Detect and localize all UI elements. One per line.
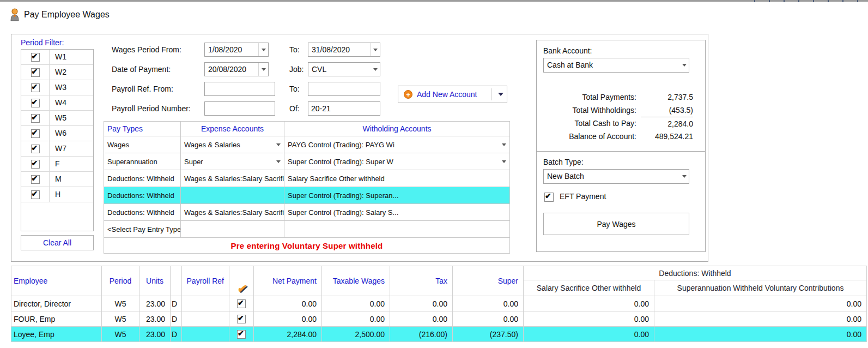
period-checkbox[interactable] [31, 83, 40, 92]
expense-dropdown-icon[interactable] [276, 160, 281, 163]
eft-payment-checkbox[interactable] [544, 193, 554, 202]
form-combo-2-dropdown-icon[interactable] [370, 43, 380, 56]
period-checkbox[interactable] [31, 175, 40, 184]
expense-account-cell[interactable]: Super [181, 153, 284, 170]
expense-dropdown-icon[interactable] [276, 143, 281, 146]
form-input[interactable] [204, 82, 275, 96]
period-filter-row[interactable]: W7 [21, 141, 93, 157]
pay-type-cell[interactable]: Wages [104, 136, 181, 153]
employee-select-checkbox[interactable] [237, 330, 246, 339]
pay-type-row[interactable]: <Select Pay Entry Types> [104, 221, 510, 238]
note-row: Pre entering Voluntary Super withheld [104, 238, 510, 254]
period-checkbox[interactable] [31, 68, 40, 77]
pay-type-row[interactable]: SuperannuationSuperSuper Control (Tradin… [104, 153, 510, 170]
form-combo-dropdown-icon[interactable] [258, 43, 268, 56]
pay-type-cell[interactable]: <Select Pay Entry Types> [104, 221, 181, 238]
period-checkbox[interactable] [31, 99, 40, 107]
form-combo-2[interactable]: 31/08/2020 [308, 43, 380, 57]
expense-account-cell[interactable] [181, 221, 284, 238]
period-checkbox[interactable] [31, 53, 40, 62]
batch-type-select[interactable]: New Batch [543, 169, 689, 184]
period-checkbox[interactable] [31, 160, 40, 169]
withholding-account-cell[interactable]: PAYG Control (Trading): PAYG Wi [284, 136, 510, 153]
expense-account-cell[interactable] [181, 187, 284, 204]
withholding-account-cell[interactable] [284, 221, 510, 238]
expense-account-cell[interactable]: Wages & Salaries:Salary Sacrifice -... [181, 204, 284, 221]
period-filter-row[interactable]: W4 [21, 95, 93, 111]
clear-all-button[interactable]: Clear All [21, 235, 94, 250]
employee-row[interactable]: Loyee, EmpW523.00D2,284.002,500.00(216.0… [11, 327, 867, 342]
form-combo-2[interactable]: CVL [308, 62, 380, 76]
pay-type-row[interactable]: WagesWages & SalariesPAYG Control (Tradi… [104, 136, 510, 153]
batch-type-dropdown-icon[interactable] [679, 170, 689, 183]
period-checkbox[interactable] [31, 114, 40, 123]
period-checkbox-cell [21, 126, 49, 141]
period-filter-row[interactable]: W6 [21, 126, 93, 141]
period-label: W2 [49, 65, 93, 80]
super-col-header: Super [453, 266, 524, 296]
period-checkbox[interactable] [31, 129, 40, 138]
batch-type-label: Batch Type: [543, 155, 584, 169]
add-account-dropdown-button[interactable] [495, 93, 507, 96]
employee-select-checkbox[interactable] [237, 299, 246, 308]
period-checkbox[interactable] [31, 145, 40, 153]
pay-type-row[interactable]: Deductions: WithheldSuper Control (Tradi… [104, 187, 510, 204]
period-checkbox-cell [21, 65, 49, 80]
expense-account-cell[interactable]: Wages & Salaries [181, 136, 284, 153]
pay-type-cell[interactable]: Superannuation [104, 153, 181, 170]
form-combo-dropdown-icon[interactable] [258, 63, 268, 76]
period-filter-row[interactable]: W2 [21, 65, 93, 80]
expense-account-cell[interactable]: Wages & Salaries:Salary Sacrifice -... [181, 170, 284, 187]
batch-type-value: New Batch [547, 170, 678, 183]
bank-account-select[interactable]: Cash at Bank [543, 58, 689, 73]
withholding-account-cell[interactable]: Super Control (Trading): Superan... [284, 187, 510, 204]
period-filter-row[interactable]: W3 [21, 80, 93, 95]
withholding-account-cell[interactable]: Super Control (Trading): Salary S... [284, 204, 510, 221]
pay-wages-button[interactable]: Pay Wages [543, 213, 689, 235]
employee-select-checkbox[interactable] [237, 315, 246, 323]
withholding-dropdown-icon[interactable] [502, 143, 506, 146]
total-label: Total Payments: [536, 91, 636, 104]
split-divider [491, 88, 491, 100]
employee-row[interactable]: FOUR, EmpW523.00D0.000.000.000.000.000.0… [11, 311, 867, 327]
period-col-header: Period [102, 266, 139, 296]
form-combo-2-value: CVL [312, 63, 369, 76]
form-input[interactable] [204, 101, 275, 116]
form-input-2[interactable] [308, 82, 380, 96]
super-cell: 0.00 [453, 296, 524, 311]
form-combo-2-dropdown-icon[interactable] [371, 63, 380, 76]
select-cell [229, 296, 254, 311]
period-checkbox[interactable] [31, 190, 40, 199]
total-row: Total Withholdings:(453.5) [536, 104, 694, 117]
pay-type-cell[interactable]: Deductions: Withheld [104, 187, 181, 204]
payroll-ref-cell [182, 327, 229, 342]
form-combo-value: 1/08/2020 [208, 43, 257, 56]
pay-type-cell[interactable]: Deductions: Withheld [104, 204, 181, 221]
period-label: F [49, 157, 93, 171]
period-filter-row[interactable]: W5 [21, 111, 93, 126]
form-combo[interactable]: 1/08/2020 [204, 43, 269, 57]
totals-block: Total Payments:2,737.5Total Withholdings… [536, 91, 694, 143]
pay-type-cell[interactable]: Deductions: Withheld [104, 170, 181, 187]
select-cell [229, 311, 254, 327]
pay-type-row[interactable]: Deductions: WithheldWages & Salaries:Sal… [104, 170, 510, 187]
add-new-account-button[interactable]: + Add New Account [398, 86, 507, 103]
pay-type-row[interactable]: Deductions: WithheldWages & Salaries:Sal… [104, 204, 510, 221]
period-filter-row[interactable]: M [21, 172, 93, 187]
withholding-dropdown-icon[interactable] [502, 160, 506, 163]
form-input-2[interactable] [308, 101, 380, 116]
period-filter-row[interactable]: W1 [21, 50, 93, 65]
form-combo[interactable]: 20/08/2020 [204, 62, 269, 76]
net-payment-col-header: Net Payment [254, 266, 322, 296]
withholding-account-cell[interactable]: Super Control (Trading): Super W [284, 153, 510, 170]
employee-icon [9, 8, 20, 24]
salary-sacrifice-cell: 0.00 [524, 311, 654, 327]
period-filter-row[interactable]: H [21, 187, 93, 202]
period-checkbox-cell [21, 141, 49, 156]
period-checkbox-cell [21, 111, 49, 125]
employee-row[interactable]: Director, DirectorW523.00D0.000.000.000.… [11, 296, 867, 311]
period-filter-row[interactable]: F [21, 157, 93, 172]
withholding-account-cell[interactable]: Salary Sacrifice Other withheld [284, 170, 510, 187]
expense-accounts-header: Expense Accounts [181, 122, 284, 136]
bank-account-dropdown-icon[interactable] [679, 58, 689, 72]
